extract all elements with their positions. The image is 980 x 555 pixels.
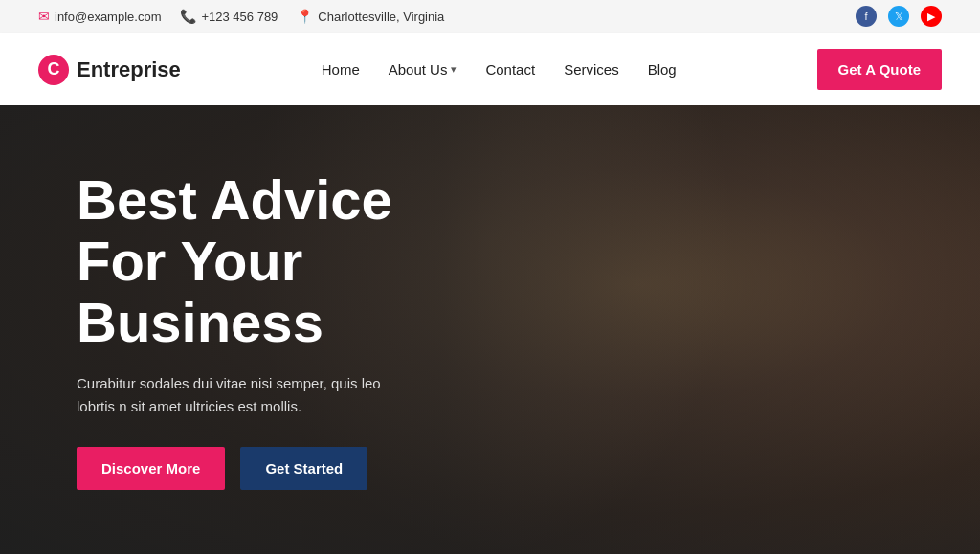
phone-icon: 📞 — [180, 9, 196, 24]
social-links: f 𝕏 ▶ — [856, 6, 942, 27]
top-bar: ✉ info@example.com 📞 +123 456 789 📍 Char… — [0, 0, 980, 33]
top-bar-contact: ✉ info@example.com 📞 +123 456 789 📍 Char… — [38, 9, 444, 24]
nav-home[interactable]: Home — [322, 61, 360, 78]
twitter-icon[interactable]: 𝕏 — [888, 6, 909, 27]
discover-more-button[interactable]: Discover More — [77, 447, 225, 490]
main-nav: Home About Us ▾ Contact Services Blog — [322, 61, 677, 78]
email-item[interactable]: ✉ info@example.com — [38, 9, 161, 24]
hero-content: Best Advice For Your Business Curabitur … — [0, 169, 536, 489]
youtube-icon[interactable]: ▶ — [921, 6, 942, 27]
header: C Entreprise Home About Us ▾ Contact Ser… — [0, 33, 980, 105]
about-chevron-icon: ▾ — [451, 63, 457, 76]
get-started-button[interactable]: Get Started — [240, 447, 368, 490]
nav-blog[interactable]: Blog — [648, 61, 677, 78]
logo[interactable]: C Entreprise — [38, 55, 181, 85]
phone-text: +123 456 789 — [201, 10, 278, 24]
nav-contact[interactable]: Contact — [485, 61, 535, 78]
get-quote-button[interactable]: Get A Quote — [817, 49, 942, 90]
hero-title: Best Advice For Your Business — [77, 169, 459, 352]
location-icon: 📍 — [297, 9, 313, 24]
facebook-icon[interactable]: f — [856, 6, 877, 27]
nav-about[interactable]: About Us ▾ — [389, 61, 457, 78]
logo-text: Entreprise — [77, 57, 181, 82]
location-text: Charlottesville, Virginia — [318, 10, 444, 24]
email-icon: ✉ — [38, 9, 50, 24]
logo-icon: C — [38, 55, 69, 85]
phone-item[interactable]: 📞 +123 456 789 — [180, 9, 278, 24]
hero-section: Best Advice For Your Business Curabitur … — [0, 105, 980, 554]
location-item[interactable]: 📍 Charlottesville, Virginia — [297, 9, 444, 24]
hero-buttons: Discover More Get Started — [77, 447, 459, 490]
nav-services[interactable]: Services — [564, 61, 619, 78]
hero-subtitle: Curabitur sodales dui vitae nisi semper,… — [77, 372, 421, 418]
email-text: info@example.com — [55, 10, 161, 24]
